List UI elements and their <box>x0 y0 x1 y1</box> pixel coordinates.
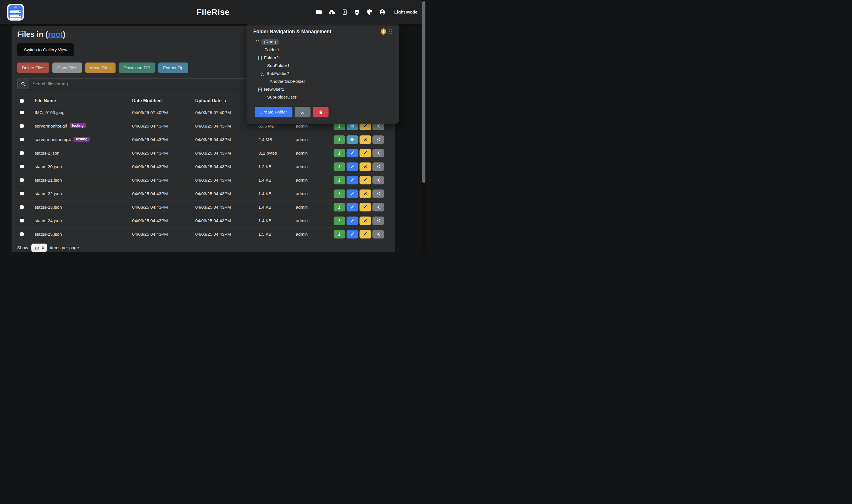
collapse-toggle[interactable]: [-] <box>258 55 262 60</box>
folder-label: NewUser1 <box>264 87 284 92</box>
row-checkbox[interactable] <box>20 111 24 114</box>
rename-button[interactable] <box>360 149 371 157</box>
download-button[interactable] <box>334 230 345 238</box>
file-name: status-24.json <box>35 218 62 223</box>
share-button[interactable] <box>372 136 384 144</box>
search-input[interactable] <box>29 79 247 89</box>
shield-user-icon[interactable] <box>366 8 373 16</box>
collapse-toggle[interactable]: [-] <box>256 39 260 44</box>
rename-button[interactable] <box>360 176 371 184</box>
folder-tree-item[interactable]: SubFolderUser <box>253 93 392 101</box>
account-icon[interactable] <box>379 8 386 16</box>
switch-gallery-view-button[interactable]: Switch to Gallery View <box>17 43 74 56</box>
drag-handle-icon[interactable] <box>389 29 392 34</box>
table-row: status-20.json 04/03/25 04:43PM 04/03/25… <box>17 160 390 173</box>
row-checkbox[interactable] <box>20 151 24 155</box>
items-per-page-select[interactable]: 10 <box>31 244 47 252</box>
share-button[interactable] <box>372 176 384 184</box>
folder-label: SubFolder2 <box>266 71 289 76</box>
preview-video-button[interactable] <box>347 136 358 144</box>
folder-tree-item[interactable]: [-] Folder2 <box>253 54 392 62</box>
row-actions <box>330 230 384 238</box>
share-button[interactable] <box>372 230 384 238</box>
download-zip-button[interactable]: Download ZIP <box>119 62 155 73</box>
rename-folder-button[interactable] <box>295 107 311 118</box>
share-button[interactable] <box>372 149 384 157</box>
column-header-file-name[interactable]: File Name <box>31 98 129 103</box>
edit-file-button[interactable] <box>347 162 358 171</box>
row-checkbox[interactable] <box>20 124 24 128</box>
folder-tree-item[interactable]: Folder1 <box>253 46 392 54</box>
folder-tree: [-] (Root) Folder1 [-] Folder2 SubFolder… <box>253 38 392 101</box>
copy-files-button[interactable]: Copy Files <box>52 62 82 73</box>
edit-file-button[interactable] <box>347 190 358 198</box>
row-checkbox[interactable] <box>20 192 24 195</box>
share-button[interactable] <box>372 203 384 212</box>
row-checkbox[interactable] <box>20 205 24 209</box>
window-scrollbar <box>422 0 426 252</box>
collapse-toggle[interactable]: [-] <box>258 87 262 92</box>
folder-tree-item[interactable]: [-] NewUser1 <box>253 85 392 93</box>
delete-folder-button[interactable] <box>313 107 329 118</box>
move-files-button[interactable]: Move Files <box>85 62 116 73</box>
row-checkbox[interactable] <box>20 219 24 222</box>
download-button[interactable] <box>334 176 345 184</box>
root-folder-link[interactable]: root <box>48 30 63 39</box>
info-icon[interactable]: i <box>381 29 386 35</box>
table-body: IMG_0193.jpeg 04/03/25 07:40PM 04/03/25 … <box>17 106 390 241</box>
cloud-upload-icon[interactable] <box>328 8 335 16</box>
file-size: 1.4 KB <box>255 191 293 196</box>
download-button[interactable] <box>334 149 345 157</box>
create-folder-button[interactable]: Create Folder <box>255 107 293 118</box>
rename-button[interactable] <box>360 217 371 225</box>
date-modified: 04/03/25 04:43PM <box>129 137 192 142</box>
rename-button[interactable] <box>360 136 371 144</box>
share-button[interactable] <box>372 217 384 225</box>
trash-restore-icon[interactable] <box>353 8 361 16</box>
download-button[interactable] <box>334 203 345 212</box>
folder-icon[interactable] <box>315 8 323 16</box>
rename-button[interactable] <box>360 190 371 198</box>
download-button[interactable] <box>334 190 345 198</box>
download-button[interactable] <box>334 217 345 225</box>
upload-date: 04/03/25 04:43PM <box>192 232 255 237</box>
edit-file-button[interactable] <box>347 203 358 212</box>
folder-tree-item[interactable]: [-] (Root) <box>253 38 392 46</box>
rename-button[interactable] <box>360 203 371 212</box>
column-header-upload-date[interactable]: Upload Date▲ <box>192 98 255 103</box>
extract-zip-button[interactable]: Extract Zip <box>158 62 188 73</box>
scrollbar-thumb[interactable] <box>422 1 425 183</box>
search-bar <box>17 78 248 89</box>
share-button[interactable] <box>372 162 384 171</box>
folder-tree-item[interactable]: AnotherSubFolder <box>253 77 392 85</box>
share-button[interactable] <box>372 190 384 198</box>
edit-file-button[interactable] <box>347 176 358 184</box>
download-button[interactable] <box>334 162 345 171</box>
logout-icon[interactable] <box>341 8 348 16</box>
select-all-checkbox[interactable] <box>20 99 24 103</box>
edit-file-button[interactable] <box>347 149 358 157</box>
folder-tree-item[interactable]: SubFolder1 <box>253 62 392 70</box>
download-button[interactable] <box>334 136 345 144</box>
collapse-toggle[interactable]: [-] <box>261 71 264 76</box>
date-modified: 04/03/25 04:43PM <box>129 124 192 129</box>
file-size: 311 bytes <box>255 151 293 156</box>
rename-button[interactable] <box>360 162 371 171</box>
row-checkbox[interactable] <box>20 138 24 141</box>
row-checkbox[interactable] <box>20 165 24 168</box>
uploader: admin <box>293 164 330 169</box>
light-mode-toggle[interactable]: Light Mode <box>394 10 418 15</box>
row-checkbox[interactable] <box>20 232 24 236</box>
uploader: admin <box>293 137 330 142</box>
rename-button[interactable] <box>360 230 371 238</box>
file-size: 1.5 KB <box>255 232 293 237</box>
edit-file-button[interactable] <box>347 230 358 238</box>
delete-files-button[interactable]: Delete Files <box>17 62 49 73</box>
column-header-date-modified[interactable]: Date Modified <box>129 98 192 103</box>
row-checkbox[interactable] <box>20 178 24 182</box>
folder-tree-item[interactable]: [-] SubFolder2 <box>253 70 392 77</box>
search-icon[interactable] <box>17 79 29 89</box>
date-modified: 04/03/25 04:43PM <box>129 191 192 196</box>
edit-file-button[interactable] <box>347 217 358 225</box>
date-modified: 04/03/25 04:43PM <box>129 164 192 169</box>
